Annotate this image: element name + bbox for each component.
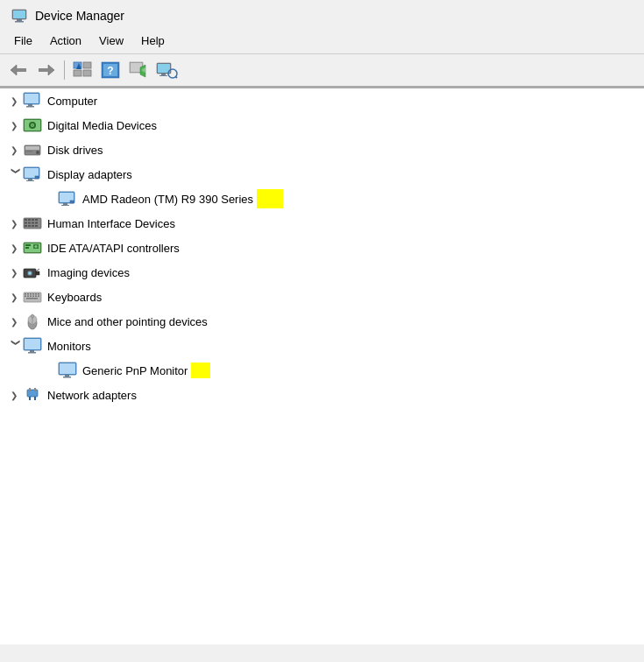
imaging-icon <box>23 263 42 282</box>
svg-rect-48 <box>70 201 74 203</box>
svg-rect-93 <box>30 350 34 352</box>
imaging-label: Imaging devices <box>47 266 130 279</box>
menu-help[interactable]: Help <box>134 32 172 50</box>
svg-rect-84 <box>35 296 37 298</box>
svg-text:?: ? <box>107 65 113 77</box>
svg-rect-42 <box>26 180 34 181</box>
tree-item-amd-radeon[interactable]: ❯ AMD Radeon (TM) R9 390 Series <box>0 187 644 211</box>
amd-radeon-label: AMD Radeon (TM) R9 390 Series <box>82 193 253 206</box>
generic-monitor-label: Generic PnP Monitor <box>82 364 188 377</box>
svg-marker-4 <box>11 65 17 75</box>
svg-rect-53 <box>35 219 38 221</box>
keyboards-icon <box>23 287 42 306</box>
generic-monitor-icon <box>58 361 77 380</box>
network-adapters-label: Network adapters <box>47 389 137 402</box>
svg-rect-79 <box>38 293 39 295</box>
tree-item-ide[interactable]: ❯ IDE ATA/ATAPI controllers <box>0 236 644 260</box>
properties-icon <box>72 60 93 80</box>
svg-rect-96 <box>60 363 75 374</box>
toolbar-separator-1 <box>64 60 65 80</box>
menu-action[interactable]: Action <box>43 32 88 50</box>
svg-rect-57 <box>35 222 38 224</box>
monitors-label: Monitors <box>47 340 91 353</box>
svg-rect-41 <box>28 179 32 180</box>
menu-bar: File Action View Help <box>0 28 644 54</box>
tree-item-disk-drives[interactable]: ❯ Disk drives <box>0 137 644 162</box>
toolbar: ? <box>0 54 644 88</box>
scan-hardware-button[interactable] <box>153 58 180 82</box>
expand-digital-media[interactable]: ❯ <box>7 118 21 132</box>
hid-icon <box>23 214 42 233</box>
tree-item-display-adapters[interactable]: ❯ Display adapters <box>0 162 644 187</box>
svg-rect-7 <box>39 68 49 72</box>
keyboards-label: Keyboards <box>47 291 102 304</box>
tree-item-digital-media[interactable]: ❯ Digital Media Devices <box>0 113 644 137</box>
expand-disk-drives[interactable]: ❯ <box>7 143 21 157</box>
svg-rect-65 <box>25 247 29 249</box>
svg-rect-2 <box>17 19 22 21</box>
svg-rect-27 <box>25 94 39 103</box>
svg-rect-11 <box>83 70 91 76</box>
app-title: Device Manager <box>35 9 124 23</box>
svg-rect-51 <box>28 219 31 221</box>
forward-button[interactable] <box>33 58 60 82</box>
svg-rect-75 <box>27 293 29 295</box>
menu-view[interactable]: View <box>92 32 131 50</box>
help-button[interactable]: ? <box>97 58 124 82</box>
svg-rect-55 <box>28 222 31 224</box>
network-adapters-icon <box>23 385 42 405</box>
expand-imaging[interactable]: ❯ <box>7 265 21 279</box>
tree-item-keyboards[interactable]: ❯ Keyboards <box>0 285 644 309</box>
svg-rect-101 <box>34 397 36 400</box>
device-tree[interactable]: ❯ Computer ❯ Digital Media Devices <box>0 88 644 644</box>
computer-label: Computer <box>47 95 97 108</box>
expand-network-adapters[interactable]: ❯ <box>7 388 21 402</box>
expand-keyboards[interactable]: ❯ <box>7 290 21 304</box>
update-driver-button[interactable] <box>125 58 152 82</box>
generic-monitor-highlight <box>191 363 210 378</box>
tree-item-hid[interactable]: ❯ Human Interface Devices <box>0 211 644 236</box>
svg-rect-61 <box>35 225 38 227</box>
svg-rect-59 <box>28 225 31 227</box>
tree-item-mice[interactable]: ❯ Mice and other pointing devices <box>0 309 644 334</box>
expand-hid[interactable]: ❯ <box>7 216 21 230</box>
tree-item-computer[interactable]: ❯ Computer <box>0 88 644 113</box>
tree-item-generic-monitor[interactable]: ❯ Generic PnP Monitor <box>0 358 644 383</box>
back-arrow-icon <box>9 61 28 79</box>
ide-icon <box>23 238 42 257</box>
svg-point-37 <box>36 151 39 154</box>
svg-rect-92 <box>25 339 40 349</box>
svg-rect-94 <box>28 352 36 354</box>
tree-item-imaging[interactable]: ❯ Imaging devices <box>0 260 644 285</box>
disk-drives-icon <box>23 140 42 159</box>
expand-display-adapters[interactable]: ❯ <box>7 167 21 181</box>
svg-rect-38 <box>25 151 32 152</box>
mice-label: Mice and other pointing devices <box>47 315 208 328</box>
display-adapters-label: Display adapters <box>47 168 132 181</box>
svg-rect-3 <box>15 21 24 23</box>
forward-arrow-icon <box>37 61 56 79</box>
expand-mice[interactable]: ❯ <box>7 314 21 328</box>
svg-rect-28 <box>28 104 32 106</box>
svg-rect-83 <box>32 296 34 298</box>
expand-ide[interactable]: ❯ <box>7 241 21 255</box>
tree-item-network-adapters[interactable]: ❯ Network adapters <box>0 383 644 407</box>
svg-rect-86 <box>26 298 38 299</box>
properties-button[interactable] <box>69 58 96 82</box>
svg-rect-78 <box>35 293 37 295</box>
expand-computer[interactable]: ❯ <box>7 94 21 108</box>
svg-rect-74 <box>25 293 26 295</box>
tree-item-monitors[interactable]: ❯ Monitors <box>0 334 644 358</box>
svg-rect-46 <box>63 203 67 205</box>
svg-rect-76 <box>30 293 32 295</box>
svg-rect-100 <box>29 397 31 400</box>
amd-radeon-highlight <box>257 189 283 208</box>
monitors-icon <box>23 336 42 356</box>
svg-rect-58 <box>25 225 27 227</box>
hid-label: Human Interface Devices <box>47 217 175 230</box>
menu-file[interactable]: File <box>7 32 39 50</box>
expand-monitors[interactable]: ❯ <box>7 339 21 353</box>
svg-line-25 <box>176 77 178 79</box>
svg-rect-50 <box>25 219 27 221</box>
back-button[interactable] <box>5 58 32 82</box>
